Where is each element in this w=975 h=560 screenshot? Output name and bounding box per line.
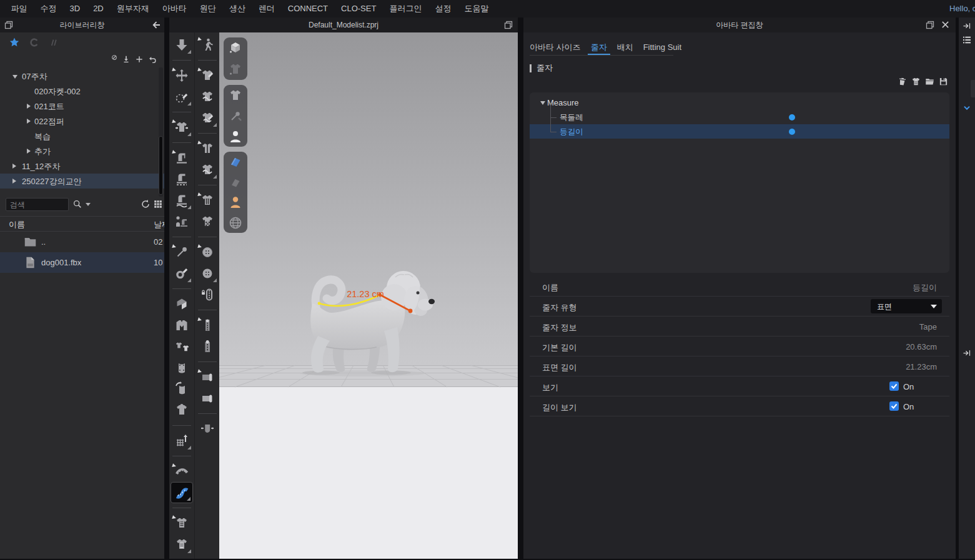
tree-arrow-icon[interactable] (540, 101, 545, 105)
tree-item-추가[interactable]: 추가 (0, 144, 164, 159)
menu-도움말[interactable]: 도움말 (458, 0, 495, 17)
tool-zipper2[interactable] (196, 336, 219, 357)
view-tool-cube[interactable] (226, 39, 245, 57)
tool-buttonc2[interactable] (196, 263, 219, 284)
tool-fold[interactable] (171, 293, 193, 315)
search-filter-caret-icon[interactable] (86, 203, 91, 206)
expand-right-icon[interactable] (962, 21, 971, 31)
tree-arrow-icon[interactable] (27, 104, 31, 109)
tool-meshup[interactable] (171, 430, 193, 451)
tool-move[interactable] (171, 65, 193, 86)
docked-panel-tab[interactable] (971, 80, 975, 97)
undo-icon[interactable] (148, 55, 157, 64)
refresh-icon[interactable] (141, 199, 151, 209)
tool-fit[interactable] (171, 117, 193, 138)
tool-shirtruler2[interactable] (171, 534, 193, 555)
search-input[interactable] (6, 198, 69, 211)
tool-teemesh[interactable] (196, 190, 219, 211)
file-list-header[interactable]: 이름 날짜 (0, 216, 164, 232)
checkbox-checked[interactable] (889, 401, 899, 411)
file-row-dog001.fbx[interactable]: dog001.fbx10 (0, 252, 164, 273)
search-icon[interactable] (72, 199, 82, 209)
measure-visible-dot[interactable] (789, 129, 795, 135)
tool-clampwidth[interactable] (196, 418, 219, 440)
sync-icon[interactable] (111, 54, 117, 61)
tool-tapecurve[interactable] (171, 461, 193, 482)
tab-배치[interactable]: 배치 (617, 41, 633, 56)
tool-down[interactable] (171, 34, 193, 56)
tool-teeopen[interactable] (196, 138, 219, 159)
view-tool-pinshow[interactable] (226, 107, 245, 125)
view-tool-teeghost[interactable] (226, 60, 245, 79)
tool-sew[interactable] (171, 147, 193, 169)
tool-tape[interactable] (171, 482, 193, 503)
menu-렌더[interactable]: 렌더 (252, 0, 281, 17)
window-restore-icon[interactable] (926, 21, 934, 29)
tree-arrow-icon[interactable] (12, 75, 17, 79)
view-tool-fabricblue[interactable] (226, 152, 245, 171)
tree-item-020자켓-002[interactable]: 020자켓-002 (0, 84, 164, 99)
menu-아바타[interactable]: 아바타 (156, 0, 193, 17)
list-icon[interactable] (962, 35, 972, 45)
view-tool-globe[interactable] (226, 214, 245, 232)
tree-arrow-icon[interactable] (27, 149, 31, 154)
column-date[interactable]: 날짜 (154, 219, 164, 230)
tool-teepen2[interactable] (196, 107, 219, 129)
tool-brush[interactable] (171, 86, 193, 107)
garment-icon[interactable] (911, 77, 921, 86)
menu-CONNECT[interactable]: CONNECT (281, 0, 334, 17)
menu-설정[interactable]: 설정 (428, 0, 458, 17)
tool-clamprot[interactable] (171, 378, 193, 400)
tool-zipperlock[interactable] (196, 284, 219, 305)
save-icon[interactable] (939, 77, 948, 86)
clo-n-icon[interactable] (49, 37, 59, 47)
column-name[interactable]: 이름 (9, 219, 25, 230)
favorites-star-icon[interactable] (9, 37, 20, 48)
add-icon[interactable] (135, 55, 144, 64)
menu-생산[interactable]: 생산 (222, 0, 252, 17)
tool-walk[interactable] (196, 34, 219, 56)
menu-플러그인[interactable]: 플러그인 (383, 0, 428, 17)
menu-원부자재[interactable]: 원부자재 (110, 0, 156, 17)
tree-arrow-icon[interactable] (27, 119, 31, 124)
tool-roll2[interactable] (196, 388, 219, 409)
view-tool-avatarshow[interactable] (226, 127, 245, 146)
tool-teewave2[interactable] (196, 159, 219, 180)
view-tool-teeshow[interactable] (226, 86, 245, 105)
download-icon[interactable] (122, 55, 131, 64)
clo-c-icon[interactable] (29, 37, 39, 47)
chevron-down-icon[interactable] (963, 104, 971, 112)
tree-item-11_12주차[interactable]: 11_12주차 (0, 159, 164, 174)
tool-shirtruler[interactable] (171, 513, 193, 534)
view-tool-bust[interactable] (226, 193, 245, 212)
tool-zipper[interactable] (196, 315, 219, 336)
window-restore-icon[interactable] (504, 21, 513, 29)
checkbox-checked[interactable] (889, 381, 899, 391)
close-icon[interactable] (941, 21, 950, 29)
tool-wear[interactable] (171, 400, 193, 421)
tool-sewfit[interactable] (171, 211, 193, 232)
tool-jacket[interactable] (171, 315, 193, 336)
measure-item-목둘레[interactable]: 목둘레 (530, 110, 949, 124)
tool-teecheck[interactable] (196, 211, 219, 232)
tool-shirts2[interactable] (171, 336, 193, 357)
measure-root-row[interactable]: Measure (530, 96, 949, 110)
view-tool-fabricgrey[interactable] (226, 173, 245, 192)
collapse-left-icon[interactable] (152, 21, 161, 29)
tool-teewave[interactable] (196, 86, 219, 107)
tool-sewline[interactable] (171, 169, 193, 190)
tree-item-07주차[interactable]: 07주차 (0, 69, 164, 84)
tool-clamp[interactable] (171, 357, 193, 378)
tool-pin[interactable] (171, 242, 193, 263)
delete-icon[interactable] (898, 77, 907, 86)
tree-item-복습[interactable]: 복습 (0, 129, 164, 144)
menu-CLO-SET[interactable]: CLO-SET (335, 0, 383, 17)
tab-아바타 사이즈[interactable]: 아바타 사이즈 (530, 41, 581, 56)
tree-arrow-icon[interactable] (12, 164, 16, 169)
file-row-..[interactable]: ..02 (0, 232, 164, 252)
menu-파일[interactable]: 파일 (4, 0, 34, 17)
viewport-3d[interactable]: 21.23 cm (219, 32, 518, 559)
tree-item-022점퍼[interactable]: 022점퍼 (0, 114, 164, 129)
grid-view-icon[interactable] (154, 200, 162, 209)
tab-Fitting Suit[interactable]: Fitting Suit (643, 41, 681, 56)
